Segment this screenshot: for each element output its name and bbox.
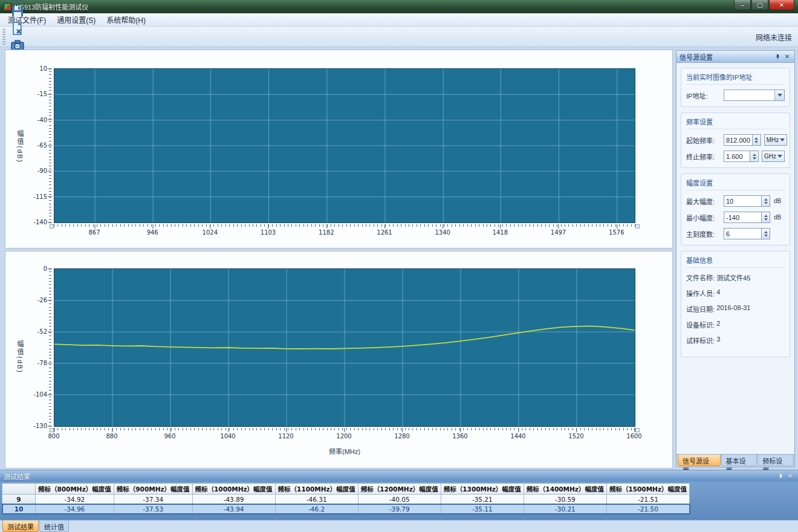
x-tick-label: 800 bbox=[48, 433, 59, 440]
lower-chart-y-ticks: 0-26-52-78-104-130 bbox=[5, 268, 52, 427]
max-amplitude-spinner[interactable] bbox=[762, 195, 770, 207]
amplitude-section-header: 幅度设置 bbox=[686, 178, 785, 190]
signal-source-dock: 信号源设置 ✕ 当前实时图像的IP地址 IP地址: 频率设置 bbox=[676, 50, 795, 467]
ip-section-header: 当前实时图像的IP地址 bbox=[686, 72, 785, 85]
info-value: 2 bbox=[716, 320, 720, 329]
y-tick-label: -15 bbox=[37, 91, 47, 97]
min-amplitude-spinner[interactable] bbox=[762, 212, 770, 223]
column-header[interactable]: 频标（900MHz）幅度值 bbox=[114, 484, 192, 495]
info-value: 4 bbox=[716, 288, 720, 298]
results-title: 测试结果 bbox=[4, 472, 30, 481]
tab-统计值[interactable]: 统计值 bbox=[39, 521, 69, 532]
x-tick-label: 1497 bbox=[551, 229, 566, 236]
open-folder-button[interactable] bbox=[8, 0, 27, 3]
x-tick-label: 1200 bbox=[336, 433, 351, 440]
y-tick-label: -52 bbox=[37, 328, 47, 335]
start-frequency-spinner[interactable] bbox=[753, 134, 761, 146]
x-tick-label: 960 bbox=[164, 433, 175, 440]
cell-value: -37.34 bbox=[114, 495, 192, 504]
start-frequency-input[interactable]: 812.000 bbox=[724, 134, 753, 146]
frequency-section: 频率设置 起始频率: 812.000 MHz 终止频率: 1.600 GHz bbox=[681, 112, 790, 168]
x-tick-label: 1261 bbox=[377, 229, 392, 236]
dropdown-arrow-icon[interactable] bbox=[774, 90, 784, 100]
column-header[interactable]: 频标（1500MHz）幅度值 bbox=[606, 484, 689, 495]
column-header[interactable]: 频标（1300MHz）幅度值 bbox=[441, 484, 524, 495]
amplitude-section: 幅度设置 最大幅度: 10 dB 最小幅度: -140 dB 主刻度数: 6 bbox=[681, 174, 790, 245]
info-row: 操作人员: 4 bbox=[686, 288, 785, 298]
y-tick-label: -78 bbox=[37, 360, 47, 366]
table-row[interactable]: 10-34.96-37.53-43.94-46.2-39.79-35.11-30… bbox=[2, 504, 690, 514]
toolbar-grip[interactable] bbox=[2, 29, 5, 45]
close-button[interactable]: ✕ bbox=[769, 0, 794, 10]
tab-频标设置[interactable]: 频标设置 bbox=[757, 455, 794, 466]
cell-value: -46.31 bbox=[275, 495, 358, 504]
column-header[interactable]: 频标（1000MHz）幅度值 bbox=[192, 484, 275, 495]
start-frequency-unit-select[interactable]: MHz bbox=[764, 134, 787, 146]
title-bar: YG913防辐射性能测试仪 – ▢ ✕ bbox=[0, 0, 798, 13]
pin-icon[interactable] bbox=[776, 472, 785, 481]
min-amplitude-input[interactable]: -140 bbox=[724, 212, 762, 223]
x-tick-label: 946 bbox=[147, 229, 158, 236]
stop-frequency-label: 终止频率: bbox=[686, 152, 724, 161]
x-tick-label: 1340 bbox=[435, 229, 450, 236]
dock-tab-bar: 信号源设置基本设置频标设置 bbox=[676, 454, 794, 467]
cell-value: -43.89 bbox=[192, 495, 275, 504]
save-icon bbox=[10, 4, 25, 19]
info-row: 文件名称: 测试文件45 bbox=[686, 273, 785, 282]
lower-chart-plot-area[interactable] bbox=[54, 268, 635, 427]
info-value: 测试文件45 bbox=[716, 273, 750, 282]
menu-bar: 测试文件(F)通用设置(S)系统帮助(H) bbox=[0, 13, 798, 27]
ip-section: 当前实时图像的IP地址 IP地址: bbox=[681, 68, 790, 107]
dock-body: 当前实时图像的IP地址 IP地址: 频率设置 起始频率: 812.000 M bbox=[676, 63, 794, 454]
axis-endcap bbox=[50, 224, 54, 229]
y-tick-label: -140 bbox=[33, 219, 47, 225]
cell-value: -39.79 bbox=[358, 504, 441, 514]
pin-icon[interactable] bbox=[773, 53, 782, 61]
results-close-icon[interactable]: ✕ bbox=[786, 472, 794, 481]
tab-测试结果[interactable]: 测试结果 bbox=[2, 521, 39, 532]
x-tick-label: 867 bbox=[88, 229, 100, 236]
stop-frequency-unit-select[interactable]: GHz bbox=[762, 151, 785, 162]
x-tick-label: 1280 bbox=[394, 433, 409, 440]
upper-chart-plot-area[interactable] bbox=[54, 68, 635, 223]
tab-基本设置[interactable]: 基本设置 bbox=[721, 455, 757, 466]
y-tick-label: -65 bbox=[37, 142, 47, 149]
cell-value: -35.11 bbox=[441, 504, 524, 514]
y-tick-label: 10 bbox=[39, 65, 47, 72]
column-header[interactable]: 频标（1400MHz）幅度值 bbox=[524, 484, 606, 495]
x-tick-label: 1182 bbox=[319, 229, 334, 236]
close-file-button[interactable] bbox=[8, 20, 27, 37]
menu-item-2[interactable]: 系统帮助(H) bbox=[101, 13, 151, 27]
axis-endcap bbox=[635, 224, 640, 229]
stop-frequency-input[interactable]: 1.600 bbox=[724, 151, 750, 162]
cell-value: -46.2 bbox=[275, 504, 358, 514]
results-panel: 测试结果 ✕ 频标（800MHz）幅度值频标（900MHz）幅度值频标（1000… bbox=[0, 470, 798, 520]
major-divisions-label: 主刻度数: bbox=[686, 229, 724, 239]
x-tick-label: 1418 bbox=[493, 229, 508, 236]
lower-chart-x-ticks: 8008809601040112012001280136014401520160… bbox=[54, 428, 635, 440]
ip-address-select[interactable] bbox=[724, 89, 785, 101]
column-header[interactable]: 频标（800MHz）幅度值 bbox=[36, 484, 114, 495]
menu-item-1[interactable]: 通用设置(S) bbox=[51, 13, 101, 27]
cell-value: -43.94 bbox=[192, 504, 275, 514]
x-tick-label: 1600 bbox=[626, 433, 641, 440]
tab-信号源设置[interactable]: 信号源设置 bbox=[678, 455, 721, 466]
results-table: 频标（800MHz）幅度值频标（900MHz）幅度值频标（1000MHz）幅度值… bbox=[2, 483, 690, 514]
minimize-button[interactable]: – bbox=[734, 0, 751, 10]
major-divisions-spinner[interactable] bbox=[762, 228, 770, 239]
dock-close-icon[interactable]: ✕ bbox=[783, 53, 791, 61]
save-button[interactable] bbox=[8, 3, 27, 20]
x-tick-label: 1120 bbox=[278, 433, 293, 440]
cell-value: -34.96 bbox=[36, 504, 114, 514]
max-amplitude-input[interactable]: 10 bbox=[724, 195, 762, 207]
cell-value: -21.50 bbox=[606, 504, 689, 514]
stop-frequency-spinner[interactable] bbox=[750, 151, 759, 162]
y-tick-label: -40 bbox=[37, 116, 47, 123]
max-amplitude-unit: dB bbox=[774, 198, 785, 204]
maximize-button[interactable]: ▢ bbox=[751, 0, 768, 10]
table-row[interactable]: 9-34.92-37.34-43.89-46.31-40.05-35.21-30… bbox=[2, 495, 690, 504]
major-divisions-input[interactable]: 6 bbox=[724, 228, 762, 239]
basic-info-section: 基础信息 文件名称: 测试文件45操作人员: 4试验日期: 2016-08-31… bbox=[681, 251, 790, 357]
column-header[interactable]: 频标（1200MHz）幅度值 bbox=[358, 484, 441, 495]
column-header[interactable]: 频标（1100MHz）幅度值 bbox=[275, 484, 358, 495]
